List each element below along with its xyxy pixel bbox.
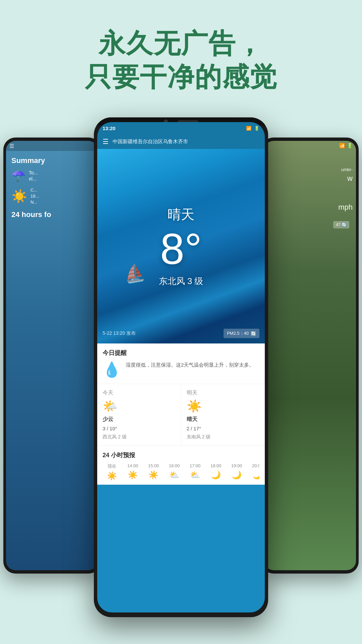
hour-weather-icon: 🌙 <box>211 470 221 480</box>
hour-label: 16:00 <box>169 463 180 468</box>
hour-item: 15:00 ☀️ <box>144 463 163 481</box>
hour-label: 现在 <box>108 463 116 469</box>
reminder-body: 💧 湿度很低，注意保湿。这2天气温会明显上升，别穿太多。 <box>103 361 259 378</box>
phone-right: 📶 🔋 umbr- w mph 47 🔄 <box>261 138 359 574</box>
hour-label: 17:00 <box>190 463 201 468</box>
battery-icon: 🔋 <box>254 126 259 131</box>
hour-weather-icon: ☀️ <box>107 471 117 481</box>
battery-icon-right: 🔋 <box>347 143 353 148</box>
hour-item: 17:00 ⛅ <box>186 463 204 481</box>
hour-item: 19:00 🌙 <box>227 463 246 481</box>
hour-item: 现在 ☀️ <box>103 463 121 481</box>
right-phone-badge: 47 🔄 <box>333 221 349 228</box>
hour-weather-icon: ⛅ <box>169 470 179 480</box>
umbrella-icon: ☂️ <box>11 169 25 182</box>
tagline-line1: 永久无广告， <box>0 27 362 60</box>
phone-right-status: 📶 🔋 <box>264 141 356 150</box>
location-text: 中国新疆维吾尔自治区乌鲁木齐市 <box>113 139 259 145</box>
hour-label: 20:00 <box>252 463 259 468</box>
hour-weather-icon: ⛅ <box>190 470 200 480</box>
tomorrow-wind: 东南风 2 级 <box>187 434 260 440</box>
weather-wind: 东北风 3 级 <box>159 275 203 287</box>
app-tagline: 永久无广告， 只要干净的感觉 <box>0 27 362 94</box>
hours24-title: 24 小时预报 <box>103 451 259 459</box>
tagline-line2: 只要干净的感觉 <box>0 60 362 94</box>
hours24-section: 24 小时预报 现在 ☀️ 14:00 ☀️ 15:00 ☀️ 16:00 ⛅ … <box>97 446 265 485</box>
wifi-icon: 📶 <box>246 126 251 131</box>
hours24-label-left: 24 hours fo <box>11 210 93 219</box>
water-drop-icon: 💧 <box>103 361 121 378</box>
wifi-icon-right: 📶 <box>339 143 345 148</box>
hour-weather-icon: 🌙 <box>232 470 242 480</box>
boat-decoration: ⛵ <box>122 262 146 285</box>
publish-time: 5-22 13:20 发布 <box>103 330 136 336</box>
forecast-row: 今天 🌤️ 少云 3 / 10° 西北风 2 级 明天 ☀️ 晴天 2 / 17… <box>97 384 265 446</box>
today-wind: 西北风 2 级 <box>103 434 176 440</box>
today-label: 今天 <box>103 389 176 396</box>
phone-left: ☰ Summary ☂️ To...el... ☀️ C...18...N...… <box>3 138 101 574</box>
sun-icon-left: ☀️ <box>11 189 27 204</box>
hour-weather-icon: ☀️ <box>128 470 138 480</box>
phone-left-screen: ☰ Summary ☂️ To...el... ☀️ C...18...N...… <box>6 141 98 570</box>
hour-weather-icon: ☀️ <box>148 470 159 480</box>
tomorrow-weather-icon: ☀️ <box>187 399 260 413</box>
hour-weather-icon: 🌙 <box>252 470 259 480</box>
today-weather-icon: 🌤️ <box>103 399 176 413</box>
hour-label: 19:00 <box>231 463 242 468</box>
status-time: 13:20 <box>103 125 115 131</box>
hour-item: 20:00 🌙 <box>248 463 259 481</box>
right-phone-umbr: umbr- <box>267 167 353 172</box>
tomorrow-forecast: 明天 ☀️ 晴天 2 / 17° 东南风 2 级 <box>181 384 265 445</box>
status-icons: 📶 🔋 <box>246 126 259 131</box>
reminder-title: 今日提醒 <box>103 349 259 357</box>
status-bar: 13:20 📶 🔋 <box>97 122 265 134</box>
weather-footer: 5-22 13:20 发布 PM2.5：40 🔄 <box>97 329 265 338</box>
today-forecast: 今天 🌤️ 少云 3 / 10° 西北风 2 级 <box>97 384 181 445</box>
tomorrow-condition: 晴天 <box>187 416 260 423</box>
pm-badge[interactable]: PM2.5：40 🔄 <box>224 329 259 338</box>
today-text-left: C...18...N... <box>31 187 39 206</box>
refresh-icon[interactable]: 🔄 <box>251 331 256 336</box>
hour-label: 18:00 <box>210 463 222 468</box>
phone-right-screen: 📶 🔋 umbr- w mph 47 🔄 <box>264 141 356 570</box>
pm-value: PM2.5：40 <box>227 330 249 336</box>
today-condition: 少云 <box>103 416 176 423</box>
phones-container: ☰ Summary ☂️ To...el... ☀️ C...18...N...… <box>0 117 362 644</box>
hour-label: 15:00 <box>148 463 159 468</box>
tomorrow-temp: 2 / 17° <box>187 426 260 431</box>
weather-hero: ⛵ 晴天 8° 东北风 3 级 5-22 13:20 发布 PM2.5：40 🔄 <box>97 149 265 343</box>
hour-item: 14:00 ☀️ <box>123 463 142 481</box>
hour-item: 18:00 🌙 <box>206 463 225 481</box>
tomorrow-label: 明天 <box>187 389 260 396</box>
right-phone-w: w <box>267 174 353 183</box>
right-weather-num: 47 <box>336 222 340 227</box>
weather-condition: 晴天 <box>168 205 194 224</box>
menu-icon[interactable]: ☰ <box>103 138 109 146</box>
hour-label: 14:00 <box>127 463 138 468</box>
umbrella-text: To...el... <box>29 170 38 182</box>
hours-row: 现在 ☀️ 14:00 ☀️ 15:00 ☀️ 16:00 ⛅ 17:00 ⛅ … <box>103 463 259 481</box>
phone-center: 13:20 📶 🔋 ☰ 中国新疆维吾尔自治区乌鲁木齐市 ⛵ 晴天 8° 东北风 … <box>94 117 268 617</box>
hour-item: 16:00 ⛅ <box>165 463 184 481</box>
right-phone-mph: mph <box>267 203 353 212</box>
phone-center-screen: 13:20 📶 🔋 ☰ 中国新疆维吾尔自治区乌鲁木齐市 ⛵ 晴天 8° 东北风 … <box>97 122 265 612</box>
summary-label: Summary <box>11 156 93 165</box>
refresh-icon-right: 🔄 <box>342 222 347 227</box>
today-reminder-section: 今日提醒 💧 湿度很低，注意保湿。这2天气温会明显上升，别穿太多。 <box>97 343 265 384</box>
today-temp: 3 / 10° <box>103 426 176 431</box>
content-area: 今日提醒 💧 湿度很低，注意保湿。这2天气温会明显上升，别穿太多。 今天 🌤️ … <box>97 343 265 485</box>
nav-bar[interactable]: ☰ 中国新疆维吾尔自治区乌鲁木齐市 <box>97 134 265 149</box>
weather-temperature: 8° <box>160 227 202 271</box>
reminder-text: 湿度很低，注意保湿。这2天气温会明显上升，别穿太多。 <box>126 361 254 369</box>
